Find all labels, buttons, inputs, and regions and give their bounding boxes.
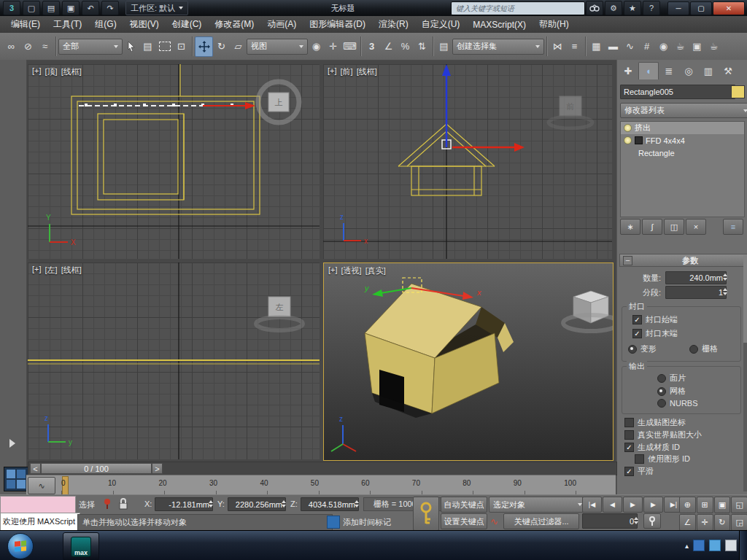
ribbon-toggle-icon[interactable]: ▬ xyxy=(605,37,622,56)
select-object-icon[interactable] xyxy=(123,37,139,56)
close-button[interactable]: ✕ xyxy=(713,1,745,15)
current-frame-field[interactable]: 0 xyxy=(582,513,638,529)
tab-modify[interactable]: ◖ xyxy=(638,62,659,79)
object-color-swatch[interactable] xyxy=(731,85,745,98)
select-and-move-icon[interactable] xyxy=(195,36,213,57)
tab-motion[interactable]: ◎ xyxy=(679,63,698,79)
modifier-onoff-bulb-icon[interactable] xyxy=(624,124,632,132)
select-by-name-icon[interactable]: ▤ xyxy=(139,37,156,56)
select-and-link-icon[interactable]: ∞ xyxy=(3,37,20,56)
align-icon[interactable]: ≡ xyxy=(566,37,583,56)
named-selection-set-dropdown[interactable]: 创建选择集 xyxy=(452,39,544,55)
real-world-row[interactable]: 真实世界贴图大小 xyxy=(624,429,702,440)
named-selection-sets-icon[interactable]: ▤ xyxy=(436,37,452,56)
select-and-rotate-icon[interactable]: ↻ xyxy=(213,37,230,56)
reference-coordinate-dropdown[interactable]: 视图 xyxy=(247,39,308,55)
favorites-star-icon[interactable]: ★ xyxy=(624,1,641,15)
z-coord-spinner[interactable] xyxy=(352,497,360,510)
previous-frame-button[interactable]: ◀ xyxy=(603,497,622,513)
viewport-menu-button[interactable]: [+] xyxy=(328,66,337,77)
bind-to-spacewarp-icon[interactable]: ≈ xyxy=(36,37,53,56)
morph-radio[interactable] xyxy=(628,345,637,354)
menu-item[interactable]: 自定义(U) xyxy=(415,16,467,33)
window-crossing-icon[interactable]: ⊡ xyxy=(173,37,190,56)
open-file-icon[interactable]: ▤ xyxy=(42,1,60,15)
gizmo-x-arrow[interactable] xyxy=(452,143,525,152)
x-coord-field[interactable]: -12.181mm xyxy=(155,497,213,511)
show-desktop-button[interactable] xyxy=(739,531,747,560)
play-button[interactable]: ▶ xyxy=(623,497,643,513)
tab-hierarchy[interactable]: ≣ xyxy=(659,63,678,79)
time-slider-prev-button[interactable]: < xyxy=(30,463,41,474)
show-end-result-icon[interactable]: ∫ xyxy=(642,219,662,235)
use-pivot-center-icon[interactable]: ◉ xyxy=(308,37,325,56)
pan-icon[interactable]: ✛ xyxy=(697,514,713,531)
select-and-scale-icon[interactable]: ▱ xyxy=(230,37,247,56)
segments-spinner[interactable] xyxy=(721,286,729,298)
search-binoculars-icon[interactable] xyxy=(586,1,603,15)
configure-modifier-sets-icon[interactable]: ≡ xyxy=(723,219,743,235)
grid-radio[interactable] xyxy=(689,345,698,354)
smooth-checkbox[interactable] xyxy=(624,467,634,476)
maxscript-listener-line[interactable]: 欢迎使用 MAXScript xyxy=(0,513,80,532)
mesh-radio[interactable] xyxy=(657,387,666,396)
track-bar[interactable]: ∿ 0102030405060708090100 xyxy=(26,475,616,496)
make-unique-icon[interactable]: ◫ xyxy=(664,219,684,235)
app-logo-icon[interactable]: 3 xyxy=(3,1,20,15)
menu-item[interactable]: 创建(C) xyxy=(166,16,209,33)
viewport-shading-button[interactable]: [线框] xyxy=(61,66,82,77)
workspace-dropdown[interactable]: 工作区: 默认 xyxy=(125,1,188,15)
show-hidden-icons-icon[interactable]: ▴ xyxy=(685,542,689,550)
time-slider-handle[interactable]: 0 / 100 xyxy=(41,463,152,474)
menu-item[interactable]: 动画(A) xyxy=(260,16,303,33)
cap-start-checkbox[interactable] xyxy=(632,315,642,324)
y-coord-spinner[interactable] xyxy=(279,497,287,510)
viewport-layout-tab-button[interactable] xyxy=(4,467,28,491)
taskbar-3dsmax-button[interactable]: max xyxy=(63,532,99,560)
zoom-icon[interactable]: ⊕ xyxy=(679,497,696,513)
house-plan-wireframe[interactable] xyxy=(71,64,260,214)
search-input[interactable] xyxy=(451,1,585,15)
smooth-row[interactable]: 平滑 xyxy=(624,466,654,477)
key-mode-toggle-icon[interactable] xyxy=(643,513,661,529)
macro-recorder-line[interactable] xyxy=(0,496,76,513)
viewport-menu-button[interactable]: [+] xyxy=(328,265,338,276)
stack-item-extrude[interactable]: 挤出 xyxy=(621,122,744,134)
undo-icon[interactable]: ↶ xyxy=(82,1,99,15)
help-icon[interactable]: ? xyxy=(643,1,660,15)
time-slider-next-button[interactable]: > xyxy=(152,463,163,474)
y-coord-field[interactable]: 2280.256mm xyxy=(228,497,286,511)
nurbs-radio[interactable] xyxy=(657,399,666,408)
set-keys-button[interactable] xyxy=(413,497,439,531)
tab-display[interactable]: ▥ xyxy=(699,63,718,79)
snaps-toggle-icon[interactable]: 3 xyxy=(363,37,380,56)
patch-radio[interactable] xyxy=(657,374,666,383)
gen-mapping-checkbox[interactable] xyxy=(624,418,634,427)
zoom-extents-all-icon[interactable]: ◱ xyxy=(731,497,747,513)
segments-field[interactable]: 1 xyxy=(665,286,727,299)
panel-scrollbar[interactable] xyxy=(743,255,747,491)
viewport-shading-button[interactable]: [线框] xyxy=(61,265,82,276)
add-time-tag-icon[interactable] xyxy=(327,516,340,529)
layout-tabs-expand-arrow[interactable] xyxy=(9,439,15,448)
key-filters-button[interactable]: 关键点过滤器... xyxy=(503,513,579,529)
render-setup-icon[interactable]: ☕ xyxy=(672,37,689,56)
rollout-collapse-icon[interactable]: − xyxy=(623,256,632,265)
viewcube-face-label[interactable]: 前 xyxy=(566,102,575,111)
z-coord-field[interactable]: 4034.518mm xyxy=(301,497,359,511)
gen-matid-row[interactable]: 生成材质 ID xyxy=(624,442,680,453)
use-shapeid-row[interactable]: 使用图形 ID xyxy=(635,454,690,464)
maximize-button[interactable]: ▢ xyxy=(690,1,712,15)
cap-end-row[interactable]: 封口末端 xyxy=(632,328,678,339)
tray-volume-icon[interactable] xyxy=(725,540,737,551)
curve-editor-icon[interactable]: ∿ xyxy=(622,37,638,56)
redo-icon[interactable]: ↷ xyxy=(101,1,119,15)
cap-end-checkbox[interactable] xyxy=(632,329,642,338)
field-of-view-icon[interactable]: ∠ xyxy=(679,514,696,531)
render-production-icon[interactable]: ☕ xyxy=(705,37,722,56)
minimize-button[interactable]: ─ xyxy=(667,1,689,15)
viewcube[interactable] xyxy=(563,291,613,331)
viewport-front[interactable]: [+] [前] [线框] xyxy=(323,64,612,259)
menu-item[interactable]: 修改器(M) xyxy=(208,16,260,33)
set-key-button[interactable]: 设置关键点 xyxy=(441,513,487,529)
